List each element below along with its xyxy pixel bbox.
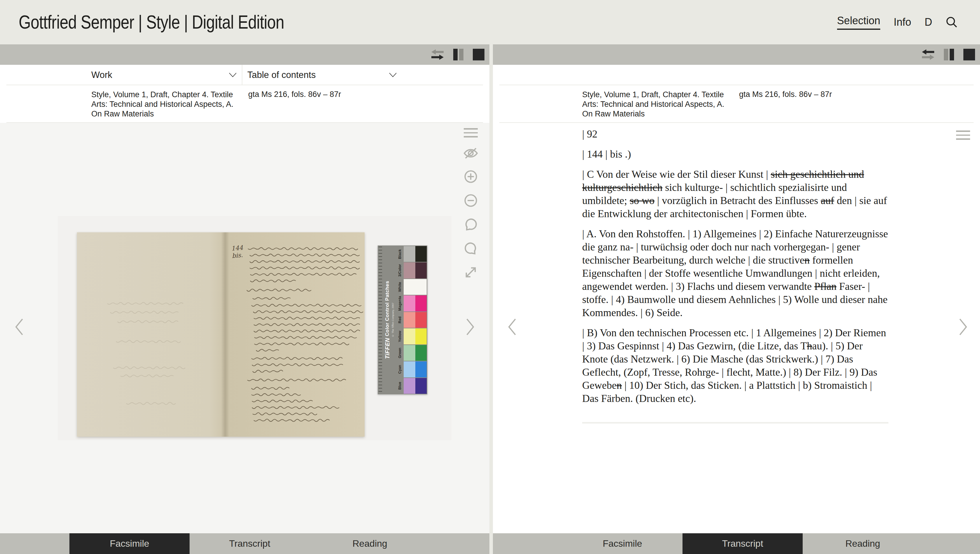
nav-selection[interactable]: Selection [837, 14, 880, 30]
chevron-down-icon [389, 73, 397, 77]
divider [242, 65, 242, 85]
breadcrumb: Style, Volume 1, Draft, Chapter 4. Texti… [91, 90, 244, 119]
chevron-down-icon [229, 73, 237, 77]
chart-brand-title: Color Control Patches [384, 281, 390, 336]
tab-transcript[interactable]: Transcript [189, 533, 310, 554]
transcript-viewer: | 92| 144 | bis .)| C Von der Weise wie … [493, 123, 980, 533]
tab-reading[interactable]: Reading [803, 533, 923, 554]
chart-brand-name: TiFFEN [384, 338, 391, 359]
next-page-chevron[interactable] [958, 318, 968, 336]
navigation-row [493, 65, 980, 85]
tab-reading[interactable]: Reading [310, 533, 430, 554]
hide-annotations-icon[interactable] [462, 146, 479, 160]
zoom-in-icon[interactable] [463, 169, 478, 184]
swap-panels-icon[interactable] [921, 49, 935, 61]
panel-toolbar [493, 45, 980, 65]
tab-transcript[interactable]: Transcript [682, 533, 803, 554]
nav-info[interactable]: Info [894, 16, 911, 28]
rotate-right-icon[interactable] [463, 241, 478, 256]
view-mode-tabs: Facsimile Transcript Reading [493, 533, 980, 554]
single-view-icon[interactable] [963, 49, 975, 61]
menu-icon[interactable] [464, 128, 478, 137]
tab-facsimile[interactable]: Facsimile [562, 533, 682, 554]
color-control-chart: TiFFEN Color Control Patches © The Tiffe… [378, 246, 427, 394]
search-icon[interactable] [946, 16, 958, 28]
breadcrumb-row: Style, Volume 1, Draft, Chapter 4. Texti… [493, 85, 980, 123]
view-mode-tabs: Facsimile Transcript Reading [0, 533, 489, 554]
zoom-out-icon[interactable] [463, 193, 478, 208]
tab-facsimile[interactable]: Facsimile [69, 533, 189, 554]
work-dropdown[interactable]: Work [91, 65, 237, 85]
fullscreen-icon[interactable] [463, 265, 478, 280]
swap-panels-icon[interactable] [431, 49, 444, 61]
previous-page-chevron[interactable] [508, 318, 517, 336]
split-view-icon[interactable] [453, 49, 464, 61]
breadcrumb: Style, Volume 1, Draft, Chapter 4. Texti… [582, 90, 735, 119]
facsimile-image[interactable]: 144 bis. TiFFEN Color Control Patches © … [58, 216, 452, 440]
transcript-end-rule [582, 422, 888, 423]
next-page-chevron[interactable] [466, 318, 475, 336]
app-header: Gottfried Semper | Style | Digital Editi… [0, 0, 980, 45]
menu-icon[interactable] [956, 131, 970, 140]
previous-page-chevron[interactable] [14, 318, 24, 336]
app-title: Gottfried Semper | Style | Digital Editi… [19, 11, 284, 33]
ruler-ticks [379, 247, 382, 393]
manuscript-reference: gta Ms 216, fols. 86v – 87r [739, 90, 832, 99]
split-view-icon[interactable] [944, 49, 955, 61]
panel-toolbar [0, 45, 489, 65]
facsimile-panel: Work Table of contents Style, Volume 1, … [0, 45, 489, 554]
facsimile-viewer: 144 bis. TiFFEN Color Control Patches © … [0, 123, 489, 533]
viewer-tools [463, 128, 479, 280]
color-chart-rows: Black3/ColorWhiteMagentaRedYellowGreenCy… [396, 246, 427, 394]
toc-dropdown[interactable]: Table of contents [247, 65, 397, 85]
rotate-left-icon[interactable] [463, 217, 478, 232]
chart-brand: TiFFEN Color Control Patches © The Tiffe… [382, 246, 396, 394]
breadcrumb-row: Style, Volume 1, Draft, Chapter 4. Texti… [0, 85, 489, 123]
chart-copyright: © The Tiffen Company, 2007 [391, 303, 395, 337]
single-view-icon[interactable] [473, 49, 484, 61]
transcript-paragraphs: | 92| 144 | bis .)| C Von der Weise wie … [582, 128, 888, 423]
transcript-panel: Style, Volume 1, Draft, Chapter 4. Texti… [493, 45, 980, 554]
navigation-row: Work Table of contents [0, 65, 489, 85]
main-nav: Selection Info D [837, 14, 958, 30]
folio-annotation: 144 bis. [231, 244, 244, 260]
work-dropdown-label: Work [91, 70, 112, 80]
toc-dropdown-label: Table of contents [247, 70, 316, 80]
nav-language-toggle[interactable]: D [924, 16, 932, 28]
manuscript-reference: gta Ms 216, fols. 86v – 87r [248, 90, 341, 99]
